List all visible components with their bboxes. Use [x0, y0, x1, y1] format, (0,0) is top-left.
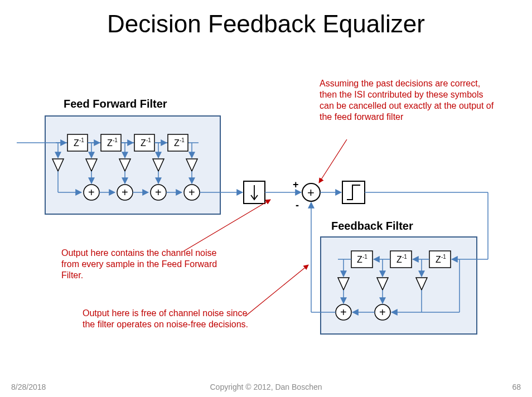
svg-text:+: + [379, 306, 386, 318]
decision-block [342, 181, 365, 204]
svg-text:-1: -1 [402, 254, 407, 260]
svg-text:Z: Z [141, 138, 146, 148]
fb-delays: Z-1 Z-1 Z-1 [351, 251, 451, 268]
svg-text:Z: Z [74, 138, 79, 148]
summing-junction: + + - [293, 179, 320, 211]
svg-text:+: + [188, 186, 195, 198]
svg-text:Z: Z [436, 255, 441, 264]
svg-text:-1: -1 [180, 137, 185, 143]
svg-text:+: + [307, 186, 315, 200]
svg-text:Z: Z [357, 255, 362, 264]
svg-text:-1: -1 [113, 137, 118, 143]
callout-arrow-bot [245, 265, 308, 316]
diagram-svg: Z-1 Z-1 Z-1 Z-1 + [0, 0, 532, 397]
downsampler-block [244, 181, 265, 204]
svg-text:+: + [88, 186, 95, 198]
svg-text:Z: Z [174, 138, 180, 148]
svg-text:-1: -1 [362, 254, 367, 260]
footer-copyright: Copyright © 2012, Dan Boschen [11, 383, 521, 391]
svg-text:-1: -1 [146, 137, 151, 143]
svg-text:-: - [296, 200, 299, 211]
svg-text:Z: Z [107, 138, 113, 148]
svg-text:Z: Z [396, 255, 402, 264]
svg-text:-1: -1 [441, 254, 446, 260]
footer: 8/28/2018 Copyright © 2012, Dan Boschen … [11, 383, 521, 391]
svg-text:+: + [293, 179, 299, 190]
svg-text:+: + [340, 306, 347, 318]
svg-text:+: + [122, 186, 128, 198]
svg-text:+: + [155, 186, 162, 198]
svg-text:-1: -1 [79, 137, 84, 143]
callout-arrow-top [319, 139, 347, 183]
